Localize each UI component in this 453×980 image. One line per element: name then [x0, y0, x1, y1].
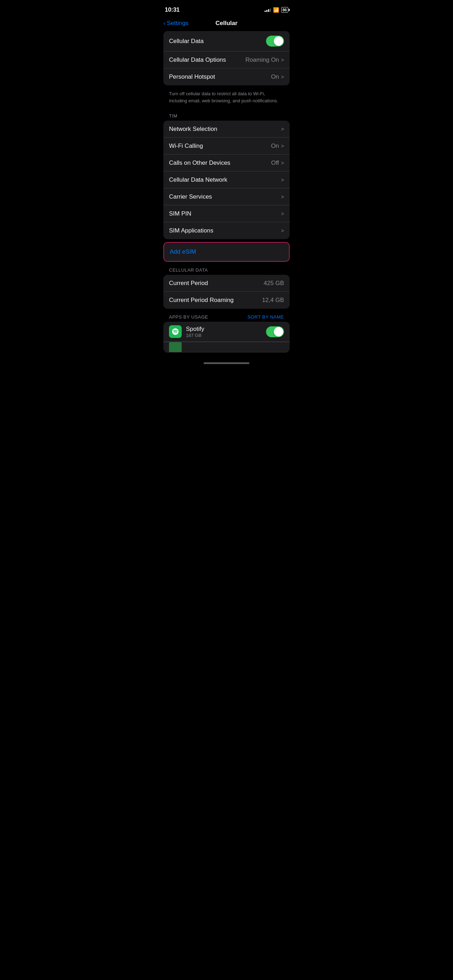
wifi-icon: 📶 — [273, 7, 279, 13]
cellular-data-group: Cellular Data Cellular Data Options Roam… — [163, 31, 290, 85]
status-bar: 10:31 📶 86 — [158, 0, 295, 18]
back-label: Settings — [167, 20, 188, 27]
current-period-roaming-label: Current Period Roaming — [169, 297, 234, 304]
chevron-right-icon: > — [281, 177, 284, 183]
cellular-data-toggle[interactable] — [266, 36, 284, 46]
cellular-data-row[interactable]: Cellular Data — [163, 31, 290, 51]
apps-header: APPS BY USAGE SORT BY NAME — [163, 312, 290, 322]
calls-other-devices-value: Off > — [271, 159, 284, 167]
calls-other-devices-row[interactable]: Calls on Other Devices Off > — [163, 154, 290, 172]
data-usage-group: Current Period 425 GB Current Period Roa… — [163, 275, 290, 309]
sim-pin-label: SIM PIN — [169, 210, 191, 217]
partial-app-icon — [169, 342, 182, 352]
wifi-calling-value: On > — [271, 143, 284, 150]
carrier-services-row[interactable]: Carrier Services > — [163, 188, 290, 205]
chevron-right-icon: > — [281, 74, 284, 80]
current-period-label: Current Period — [169, 280, 208, 287]
carrier-services-label: Carrier Services — [169, 193, 212, 200]
chevron-right-icon: > — [281, 211, 284, 216]
wifi-calling-row[interactable]: Wi-Fi Calling On > — [163, 138, 290, 154]
add-esim-container: Add eSIM — [163, 242, 290, 262]
sim-pin-row[interactable]: SIM PIN > — [163, 205, 290, 222]
cellular-data-section: CELLULAR DATA Current Period 425 GB Curr… — [158, 264, 295, 352]
personal-hotspot-label: Personal Hotspot — [169, 73, 215, 80]
sim-applications-label: SIM Applications — [169, 227, 213, 234]
sim-applications-row[interactable]: SIM Applications > — [163, 222, 290, 239]
spotify-logo — [172, 328, 179, 336]
network-selection-label: Network Selection — [169, 126, 217, 133]
current-period-row[interactable]: Current Period 425 GB — [163, 275, 290, 292]
chevron-right-icon: > — [281, 160, 284, 166]
sim-settings-group: Network Selection > Wi-Fi Calling On > C… — [163, 121, 290, 239]
bottom-app-partial-row — [163, 342, 290, 352]
home-indicator — [158, 355, 295, 368]
spotify-icon — [169, 325, 182, 338]
apps-list-group: Spotify 187 GB — [163, 322, 290, 352]
add-esim-button[interactable]: Add eSIM — [164, 243, 289, 261]
spotify-row[interactable]: Spotify 187 GB — [163, 322, 290, 342]
current-period-roaming-value: 12,4 GB — [262, 297, 284, 304]
spotify-size: 187 GB — [186, 332, 266, 338]
status-time: 10:31 — [165, 6, 180, 13]
cellular-data-section-label: CELLULAR DATA — [163, 264, 290, 275]
personal-hotspot-value: On > — [271, 73, 284, 80]
cellular-info-text: Turn off cellular data to restrict all d… — [163, 88, 290, 109]
spotify-name: Spotify — [186, 326, 266, 332]
chevron-right-icon: > — [281, 57, 284, 63]
cellular-data-network-row[interactable]: Cellular Data Network > — [163, 172, 290, 188]
sort-by-name-button[interactable]: SORT BY NAME — [247, 314, 284, 320]
toggle-knob — [274, 37, 283, 46]
chevron-right-icon: > — [281, 228, 284, 234]
toggle-knob — [274, 327, 283, 337]
chevron-right-icon: > — [281, 194, 284, 200]
chevron-left-icon: ‹ — [163, 20, 165, 27]
calls-other-devices-label: Calls on Other Devices — [169, 159, 230, 167]
cellular-data-options-row[interactable]: Cellular Data Options Roaming On > — [163, 51, 290, 68]
cellular-data-network-label: Cellular Data Network — [169, 177, 227, 183]
current-period-roaming-row[interactable]: Current Period Roaming 12,4 GB — [163, 292, 290, 309]
apps-by-usage-label: APPS BY USAGE — [169, 314, 208, 320]
network-selection-row[interactable]: Network Selection > — [163, 121, 290, 138]
chevron-right-icon: > — [281, 126, 284, 132]
personal-hotspot-row[interactable]: Personal Hotspot On > — [163, 68, 290, 85]
wifi-calling-label: Wi-Fi Calling — [169, 143, 203, 150]
status-icons: 📶 86 — [265, 7, 288, 13]
sim-section-label: TIM — [163, 110, 290, 121]
cellular-data-options-label: Cellular Data Options — [169, 56, 226, 64]
spotify-toggle[interactable] — [266, 326, 284, 337]
spotify-info: Spotify 187 GB — [186, 326, 266, 338]
cellular-data-options-value: Roaming On > — [245, 56, 284, 64]
cellular-data-label: Cellular Data — [169, 38, 203, 45]
signal-icon — [265, 8, 271, 12]
home-bar — [203, 362, 250, 364]
nav-bar: ‹ Settings Cellular — [158, 18, 295, 31]
page-title: Cellular — [216, 20, 237, 27]
chevron-right-icon: > — [281, 143, 284, 149]
battery-indicator: 86 — [281, 7, 288, 13]
current-period-value: 425 GB — [264, 280, 284, 287]
content-area: Cellular Data Cellular Data Options Roam… — [158, 31, 295, 239]
back-button[interactable]: ‹ Settings — [163, 20, 188, 27]
